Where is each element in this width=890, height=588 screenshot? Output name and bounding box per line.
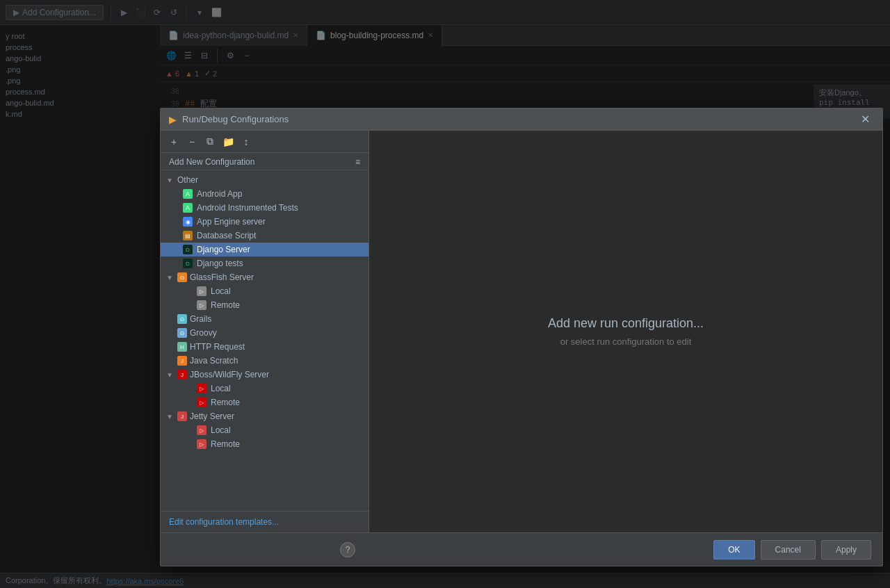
- app-engine-label: App Engine server: [197, 217, 266, 227]
- grails-icon: G: [177, 314, 187, 324]
- database-script-icon: ▤: [183, 231, 193, 240]
- tree-group-glassfish: ▼ G GlassFish Server ▷ Local ▷ Remote: [161, 270, 369, 312]
- apply-button[interactable]: Apply: [821, 540, 871, 560]
- modal-title-icon: ▶: [169, 114, 177, 125]
- android-instrumented-label: Android Instrumented Tests: [197, 203, 298, 213]
- config-content-panel: Add new run configuration... or select r…: [369, 131, 882, 532]
- config-list-footer: Edit configuration templates...: [161, 511, 369, 532]
- config-tree: ▼ Other A Android App A Android Instrume…: [161, 170, 369, 511]
- tree-group-grails-header[interactable]: G Grails: [161, 312, 369, 326]
- grails-label: Grails: [190, 314, 211, 324]
- jboss-local-label: Local: [211, 384, 231, 393]
- django-server-icon: D: [183, 245, 193, 254]
- tree-item-android-app[interactable]: A Android App: [161, 187, 369, 201]
- django-server-label: Django Server: [197, 245, 250, 254]
- tree-arrow-jboss: ▼: [166, 371, 175, 379]
- modal-footer: OK Cancel Apply: [161, 532, 882, 566]
- java-scratch-label: Java Scratch: [190, 356, 238, 366]
- tree-group-other-label: Other: [177, 175, 198, 185]
- glassfish-icon: G: [177, 272, 187, 282]
- ok-button[interactable]: OK: [713, 540, 754, 560]
- django-tests-label: Django tests: [197, 259, 243, 268]
- glassfish-local-label: Local: [211, 286, 231, 296]
- android-app-icon: A: [183, 189, 193, 199]
- tree-group-groovy: G Groovy: [161, 326, 369, 340]
- glassfish-remote-label: Remote: [211, 300, 240, 310]
- jetty-label: Jetty Server: [190, 411, 234, 421]
- groovy-icon: G: [177, 328, 187, 338]
- tree-group-glassfish-header[interactable]: ▼ G GlassFish Server: [161, 270, 369, 284]
- config-header-icon[interactable]: ≡: [355, 157, 360, 167]
- config-select-hint: or select run configuration to edit: [560, 336, 692, 347]
- edit-templates-link[interactable]: Edit configuration templates...: [169, 517, 279, 527]
- help-button[interactable]: ?: [340, 542, 355, 557]
- jetty-remote-label: Remote: [211, 439, 240, 449]
- run-debug-modal: ▶ Run/Debug Configurations ✕ + − ⧉ 📁 ↕ A…: [160, 108, 883, 566]
- tree-group-glassfish-label: GlassFish Server: [190, 272, 254, 282]
- modal-body: + − ⧉ 📁 ↕ Add New Configuration ≡: [161, 131, 882, 532]
- tree-item-android-instrumented[interactable]: A Android Instrumented Tests: [161, 201, 369, 215]
- add-new-label: Add New Configuration: [169, 157, 254, 167]
- tree-group-jboss: ▼ J JBoss/WildFly Server ▷ Local ▷ Remot…: [161, 368, 369, 409]
- tree-group-groovy-header[interactable]: G Groovy: [161, 326, 369, 340]
- tree-item-django-tests[interactable]: D Django tests: [161, 256, 369, 270]
- config-sort-button[interactable]: ↕: [238, 134, 254, 149]
- http-label: HTTP Request: [190, 342, 245, 352]
- tree-item-jetty-local[interactable]: ▷ Local: [161, 423, 369, 437]
- tree-group-other: ▼ Other A Android App A Android Instrume…: [161, 173, 369, 270]
- tree-item-django-server[interactable]: D Django Server: [161, 243, 369, 256]
- jboss-local-icon: ▷: [197, 384, 207, 393]
- modal-close-button[interactable]: ✕: [857, 111, 874, 127]
- modal-title: ▶ Run/Debug Configurations: [169, 114, 289, 125]
- tree-group-http: H HTTP Request: [161, 340, 369, 354]
- config-folder-button[interactable]: 📁: [220, 134, 236, 149]
- jetty-remote-icon: ▷: [197, 439, 207, 449]
- java-scratch-icon: J: [177, 356, 187, 366]
- config-remove-button[interactable]: −: [184, 134, 200, 149]
- database-script-label: Database Script: [197, 231, 256, 240]
- app-engine-icon: ◉: [183, 217, 193, 227]
- tree-group-jetty-header[interactable]: ▼ J Jetty Server: [161, 409, 369, 423]
- tree-item-glassfish-remote[interactable]: ▷ Remote: [161, 298, 369, 312]
- config-list-header: Add New Configuration ≡: [161, 153, 369, 170]
- tree-item-database-script[interactable]: ▤ Database Script: [161, 229, 369, 243]
- jetty-local-icon: ▷: [197, 425, 207, 435]
- tree-item-jetty-remote[interactable]: ▷ Remote: [161, 437, 369, 451]
- tree-group-jetty: ▼ J Jetty Server ▷ Local ▷ Remote: [161, 409, 369, 451]
- tree-item-glassfish-local[interactable]: ▷ Local: [161, 284, 369, 298]
- tree-group-other-header[interactable]: ▼ Other: [161, 173, 369, 187]
- modal-overlay: ▶ Run/Debug Configurations ✕ + − ⧉ 📁 ↕ A…: [0, 0, 890, 588]
- groovy-label: Groovy: [190, 328, 217, 338]
- tree-group-java-scratch: J Java Scratch: [161, 354, 369, 368]
- jboss-remote-icon: ▷: [197, 398, 207, 407]
- django-tests-icon: D: [183, 259, 193, 268]
- android-instrumented-icon: A: [183, 203, 193, 213]
- tree-item-jboss-remote[interactable]: ▷ Remote: [161, 395, 369, 409]
- config-copy-button[interactable]: ⧉: [202, 134, 218, 149]
- config-list-panel: + − ⧉ 📁 ↕ Add New Configuration ≡: [161, 131, 369, 532]
- cancel-button[interactable]: Cancel: [761, 540, 816, 560]
- tree-arrow-glassfish: ▼: [166, 274, 175, 281]
- jboss-label: JBoss/WildFly Server: [190, 370, 269, 379]
- modal-title-bar: ▶ Run/Debug Configurations ✕: [161, 108, 882, 131]
- modal-title-text: Run/Debug Configurations: [182, 114, 289, 124]
- config-list-toolbar: + − ⧉ 📁 ↕: [161, 131, 369, 153]
- glassfish-local-icon: ▷: [197, 286, 207, 296]
- config-add-button[interactable]: +: [166, 134, 181, 149]
- tree-item-app-engine[interactable]: ◉ App Engine server: [161, 215, 369, 229]
- config-add-hint: Add new run configuration...: [548, 316, 704, 331]
- jetty-icon: J: [177, 411, 187, 421]
- jboss-icon: J: [177, 370, 187, 379]
- tree-arrow-jetty: ▼: [166, 413, 175, 420]
- tree-group-http-header[interactable]: H HTTP Request: [161, 340, 369, 354]
- jetty-local-label: Local: [211, 425, 231, 435]
- tree-group-jboss-header[interactable]: ▼ J JBoss/WildFly Server: [161, 368, 369, 382]
- tree-group-java-scratch-header[interactable]: J Java Scratch: [161, 354, 369, 368]
- glassfish-remote-icon: ▷: [197, 300, 207, 310]
- tree-group-grails: G Grails: [161, 312, 369, 326]
- tree-item-jboss-local[interactable]: ▷ Local: [161, 382, 369, 395]
- http-icon: H: [177, 342, 187, 352]
- android-app-label: Android App: [197, 189, 242, 199]
- jboss-remote-label: Remote: [211, 398, 240, 407]
- tree-arrow-other: ▼: [166, 177, 175, 184]
